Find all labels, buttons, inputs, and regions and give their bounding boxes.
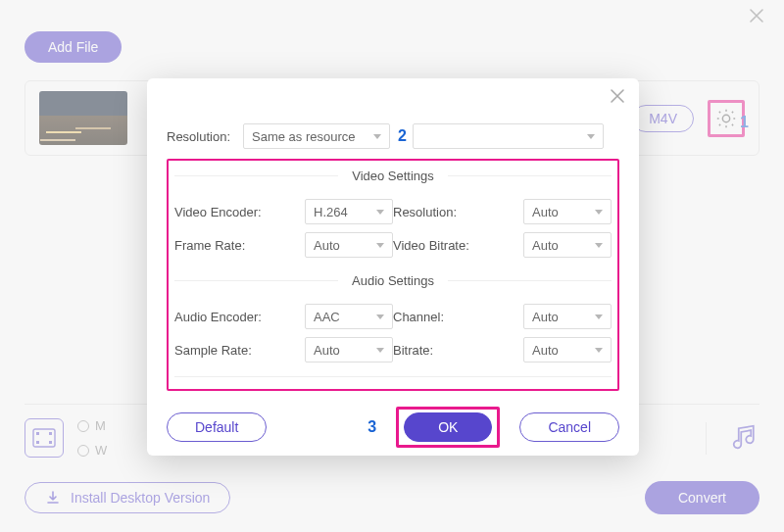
audio-settings-header: Audio Settings xyxy=(338,273,448,288)
video-bitrate-select[interactable]: Auto xyxy=(523,232,612,258)
annotation-2: 2 xyxy=(398,127,407,145)
bitrate-label: Bitrate: xyxy=(393,343,489,358)
channel-select[interactable]: Auto xyxy=(523,304,612,329)
chevron-down-icon xyxy=(373,134,381,139)
chevron-down-icon xyxy=(595,210,603,215)
channel-label: Channel: xyxy=(393,310,489,324)
default-button[interactable]: Default xyxy=(167,412,267,442)
settings-dialog: Resolution: Same as resource 2 Video Set… xyxy=(147,78,639,456)
chevron-down-icon xyxy=(595,243,603,248)
resolution-select[interactable]: Same as resource xyxy=(243,123,390,149)
video-encoder-label: Video Encoder: xyxy=(174,205,270,219)
resolution2-select[interactable]: Auto xyxy=(523,199,612,224)
audio-encoder-label: Audio Encoder: xyxy=(174,310,270,324)
settings-highlight: Video Settings Video Encoder: H.264 Fram… xyxy=(167,159,619,391)
cancel-button[interactable]: Cancel xyxy=(519,412,619,442)
annotation-3: 3 xyxy=(368,418,376,436)
video-settings-header: Video Settings xyxy=(338,169,448,183)
resolution-value: Same as resource xyxy=(252,129,356,144)
sample-rate-label: Sample Rate: xyxy=(174,343,270,358)
frame-rate-select[interactable]: Auto xyxy=(305,232,393,258)
chevron-down-icon xyxy=(376,314,384,319)
secondary-select[interactable] xyxy=(413,123,604,149)
chevron-down-icon xyxy=(595,348,603,353)
frame-rate-label: Frame Rate: xyxy=(174,238,270,253)
video-encoder-select[interactable]: H.264 xyxy=(305,199,393,224)
video-bitrate-label: Video Bitrate: xyxy=(393,238,489,253)
chevron-down-icon xyxy=(376,210,384,215)
resolution2-label: Resolution: xyxy=(393,205,489,219)
chevron-down-icon xyxy=(376,348,384,353)
audio-encoder-select[interactable]: AAC xyxy=(305,304,393,329)
resolution-label: Resolution: xyxy=(167,129,243,144)
chevron-down-icon xyxy=(595,314,603,319)
close-icon[interactable] xyxy=(608,86,627,109)
chevron-down-icon xyxy=(376,243,384,248)
sample-rate-select[interactable]: Auto xyxy=(305,337,393,363)
bitrate-select[interactable]: Auto xyxy=(523,337,612,363)
ok-button[interactable]: OK xyxy=(404,412,492,442)
chevron-down-icon xyxy=(587,134,595,139)
